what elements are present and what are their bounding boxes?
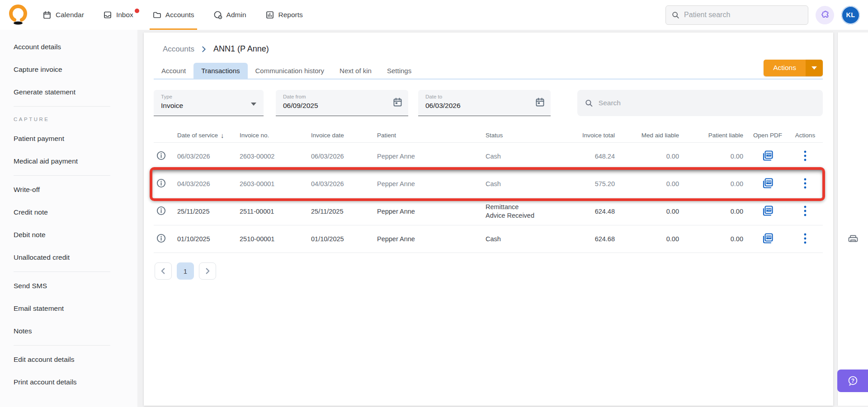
- sidebar-entry[interactable]: Print account details: [0, 371, 137, 393]
- row-actions-menu-button[interactable]: [803, 205, 807, 217]
- reports-icon: [265, 10, 274, 19]
- sidebar-entry[interactable]: Debit note: [0, 224, 137, 246]
- sidebar-entry-label: Account details: [14, 43, 61, 51]
- sidebar-entry[interactable]: Patient payment: [0, 127, 137, 150]
- cell-invoice-no: 2510-00001: [239, 235, 307, 243]
- chevron-right-icon: [200, 45, 208, 53]
- date-to-value: 06/03/2026: [425, 102, 544, 110]
- user-avatar[interactable]: KL: [841, 6, 860, 24]
- open-pdf-button[interactable]: PDF: [761, 150, 774, 162]
- tab[interactable]: Account: [154, 63, 193, 79]
- row-info-button[interactable]: [156, 233, 166, 243]
- pagination-page-1[interactable]: 1: [177, 262, 194, 280]
- kebab-menu-icon: [803, 150, 807, 162]
- sidebar-entry[interactable]: Account details: [0, 36, 137, 58]
- patient-search-input[interactable]: [684, 11, 802, 19]
- actions-dropdown-button[interactable]: [806, 60, 823, 76]
- info-icon: [156, 233, 166, 243]
- pagination-next-button[interactable]: [199, 262, 216, 280]
- actions-button[interactable]: Actions: [764, 60, 806, 76]
- cell-med-aid-liable: 0.00: [626, 153, 690, 160]
- logo-ring-icon: [7, 3, 29, 27]
- patient-search: [665, 5, 808, 25]
- sidebar-entry-label: Send SMS: [14, 282, 47, 290]
- svg-text:PDF: PDF: [766, 236, 772, 239]
- sidebar-entry[interactable]: Credit note: [0, 201, 137, 224]
- sidebar-entry-label: Print account details: [14, 378, 77, 386]
- sidebar-entry[interactable]: Email statement: [0, 297, 137, 320]
- device-button[interactable]: [847, 233, 859, 246]
- table-search: [577, 90, 823, 116]
- tab-label: Communication history: [255, 67, 325, 75]
- nav-item-inbox[interactable]: Inbox: [100, 0, 136, 30]
- help-button[interactable]: ?: [837, 370, 868, 392]
- open-pdf-button[interactable]: PDF: [761, 233, 774, 244]
- filters-row: Type Invoice Date from 06/09/2025 Date t…: [154, 90, 823, 116]
- table-search-input[interactable]: [599, 99, 816, 107]
- sidebar-entry[interactable]: Notes: [0, 320, 137, 342]
- sidebar-entry[interactable]: [14, 175, 110, 176]
- row-info-button[interactable]: [156, 206, 166, 216]
- cell-invoice-total: 624.68: [564, 235, 626, 243]
- page-body: Account details Capture invoice Generate…: [0, 30, 868, 407]
- sidebar-entry[interactable]: Generate statement: [0, 81, 137, 103]
- breadcrumb-accounts-link[interactable]: Accounts: [163, 45, 194, 54]
- sidebar-entry[interactable]: [14, 271, 110, 272]
- sidebar-entry[interactable]: CAPTURE: [0, 109, 137, 127]
- date-from-field[interactable]: Date from 06/09/2025: [276, 90, 408, 116]
- column-header-invoice-no: Invoice no.: [239, 132, 307, 139]
- row-info-button[interactable]: [156, 150, 166, 161]
- sidebar-entry-label: Debit note: [14, 231, 46, 239]
- sidebar-entry[interactable]: Write-off: [0, 178, 137, 201]
- nav-item-reports[interactable]: Reports: [263, 0, 306, 30]
- row-info-button[interactable]: [156, 178, 166, 188]
- sidebar-entry-label: Write-off: [14, 186, 40, 194]
- chevron-right-icon: [203, 267, 212, 275]
- sidebar-entry[interactable]: Unallocated credit: [0, 246, 137, 269]
- nav-item-calendar[interactable]: Calendar: [40, 0, 87, 30]
- cell-date-of-service: 04/03/2026: [175, 180, 239, 187]
- cell-patient: Pepper Anne: [373, 153, 476, 160]
- app-logo[interactable]: [7, 3, 29, 27]
- tab[interactable]: Settings: [379, 63, 419, 79]
- open-pdf-button[interactable]: PDF: [761, 205, 774, 217]
- nav-label: Accounts: [165, 11, 194, 19]
- calendar-icon[interactable]: [535, 97, 545, 108]
- sidebar-entry[interactable]: Medical aid payment: [0, 150, 137, 173]
- cell-patient-liable: 0.00: [690, 208, 748, 215]
- row-actions-menu-button[interactable]: [803, 178, 807, 189]
- cell-invoice-date: 04/03/2026: [307, 180, 373, 187]
- column-header-invoice-total: Invoice total: [564, 132, 626, 139]
- table-row: 01/10/2025 2510-00001 01/10/2025 Pepper …: [154, 225, 823, 253]
- content-card: Accounts ANN1 (P Anne) Account Transacti…: [144, 33, 833, 406]
- svg-text:PDF: PDF: [766, 181, 772, 183]
- cell-status: Cash: [476, 235, 564, 243]
- sidebar-entry[interactable]: Edit account details: [0, 348, 137, 371]
- cell-invoice-no: 2511-00001: [239, 208, 307, 215]
- tab[interactable]: Communication history: [248, 63, 332, 79]
- type-filter-select[interactable]: Type Invoice: [154, 90, 264, 116]
- primary-nav: Calendar Inbox Accounts Admin: [40, 0, 319, 30]
- info-icon: [156, 178, 166, 188]
- pagination-prev-button[interactable]: [155, 262, 172, 280]
- column-header-date-of-service[interactable]: Date of service ↓: [175, 131, 239, 139]
- sidebar-entry[interactable]: Capture invoice: [0, 58, 137, 81]
- tab-label: Account: [161, 67, 186, 75]
- sidebar-entry-label: Credit note: [14, 208, 48, 216]
- tab[interactable]: Transactions: [193, 63, 247, 79]
- column-header-actions: Actions: [788, 132, 823, 139]
- sidebar-entry[interactable]: Send SMS: [0, 275, 137, 297]
- tab[interactable]: Next of kin: [332, 63, 379, 79]
- sort-descending-icon: ↓: [221, 131, 224, 139]
- date-to-field[interactable]: Date to 06/03/2026: [418, 90, 551, 116]
- nav-item-admin[interactable]: Admin: [211, 0, 249, 30]
- row-actions-menu-button[interactable]: [803, 233, 807, 244]
- nav-item-accounts[interactable]: Accounts: [150, 0, 197, 30]
- open-pdf-button[interactable]: PDF: [761, 178, 774, 189]
- apps-button[interactable]: [816, 6, 834, 24]
- chevron-down-icon: [251, 103, 256, 106]
- sidebar-entry[interactable]: [14, 106, 110, 107]
- sidebar-entry[interactable]: [14, 345, 110, 346]
- row-actions-menu-button[interactable]: [803, 150, 807, 162]
- calendar-icon[interactable]: [392, 97, 403, 108]
